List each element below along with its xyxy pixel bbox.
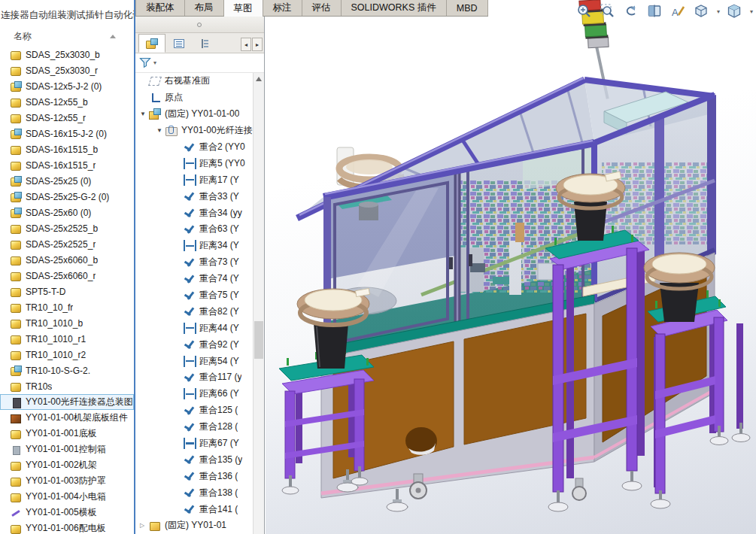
tree-item[interactable]: 重合141 (	[135, 501, 253, 517]
tree-item-icon	[184, 256, 196, 268]
tree-item[interactable]: 重合33 (Y	[135, 188, 253, 205]
file-list-item[interactable]: YY01-01-004小电箱	[0, 489, 134, 505]
file-list-item[interactable]: SPT5-T-D	[0, 284, 134, 299]
file-list-item[interactable]: YY01-01-00机架底板组件	[0, 410, 134, 426]
tree-item[interactable]: 重合82 (Y	[135, 303, 253, 320]
tree-item[interactable]: 重合136 (	[135, 468, 253, 484]
section-view-icon[interactable]	[645, 2, 663, 20]
tab-propertymanager[interactable]	[165, 34, 193, 53]
file-list-item[interactable]: SDAS-16x1515_r	[0, 157, 134, 173]
expand-arrow-icon[interactable]	[140, 111, 149, 117]
tree-item[interactable]: (固定) YY01-01	[135, 517, 253, 534]
scroll-up-icon[interactable]	[256, 77, 262, 81]
file-list-item[interactable]: SDAS_25x3030_r	[0, 62, 134, 78]
tab-configurationmanager[interactable]	[193, 34, 220, 53]
file-list-item[interactable]: TR10s	[0, 378, 134, 394]
file-list-item[interactable]: SDAS-25x2525_b	[0, 220, 134, 236]
view-orientation-caret[interactable]: ▾	[750, 8, 753, 15]
tree-item[interactable]: 重合75 (Y	[135, 287, 253, 304]
file-name: YY01-01-001控制箱	[26, 443, 106, 456]
tree-scrollbar[interactable]	[253, 73, 264, 534]
tree-item[interactable]: 重合125 (	[135, 402, 253, 419]
tree-item[interactable]: 重合34 (yy	[135, 205, 253, 221]
tree-item[interactable]: 重合73 (Y	[135, 254, 253, 271]
command-tab[interactable]: 评估	[302, 0, 342, 16]
command-tab[interactable]: 标注	[263, 0, 302, 16]
tree-item[interactable]: 重合128 (	[135, 419, 253, 435]
tree-item[interactable]: 重合74 (Y	[135, 271, 253, 287]
tree-item[interactable]: 原点	[135, 90, 253, 106]
pin-icon[interactable]	[197, 23, 202, 27]
tree-item[interactable]: 重合117 (y	[135, 369, 253, 386]
file-list-item[interactable]: SDAS-25x25-G-2 (0)	[0, 189, 134, 205]
tree-item[interactable]: 距离54 (Y	[135, 353, 253, 369]
explorer-folder-title: 连接器自动组装测试插针自动化设	[1, 9, 134, 22]
file-list-item[interactable]: SDAS-16x1515_b	[0, 141, 134, 157]
file-list-item[interactable]: SDAS-12x55_b	[0, 94, 134, 110]
panel-tab-scroll-left[interactable]: ◂	[241, 38, 251, 51]
scrollbar-thumb[interactable]	[254, 321, 263, 359]
file-list-item[interactable]: TR10_1010_r2	[0, 347, 134, 363]
tree-item[interactable]: 距离17 (Y	[135, 171, 253, 188]
view-settings-icon[interactable]	[692, 2, 710, 20]
file-list-item[interactable]: YY01-01-005横板	[0, 505, 134, 520]
tree-item[interactable]: YY01-00光纤连接	[135, 123, 253, 139]
file-list-item[interactable]: TR10-10-S-G-2.	[0, 363, 134, 378]
tab-featuremanager[interactable]	[138, 34, 165, 53]
command-tab[interactable]: 草图	[224, 0, 263, 17]
expand-arrow-icon[interactable]	[156, 127, 165, 134]
panel-tab-scroll-right[interactable]: ▸	[252, 38, 263, 51]
tree-item[interactable]: 距离34 (Y	[135, 238, 253, 254]
file-list-item[interactable]: SDAS_25x3030_b	[0, 47, 134, 62]
file-list-item[interactable]: YY01-01-001底板	[0, 426, 134, 441]
expand-arrow-icon[interactable]	[140, 522, 149, 529]
tree-item[interactable]: 距离67 (Y	[135, 435, 253, 452]
file-list-item[interactable]: SDAS-25x6060_b	[0, 252, 134, 268]
file-list-item[interactable]: SDAS-12x55_r	[0, 110, 134, 126]
zoom-area-icon[interactable]	[599, 2, 617, 20]
file-list-item[interactable]: TR10_1010_b	[0, 315, 134, 331]
command-tab[interactable]: MBD	[447, 0, 488, 16]
tree-item[interactable]: 重合135 (y	[135, 451, 253, 468]
tree-item[interactable]: 重合63 (Y	[135, 221, 253, 238]
tree-item[interactable]: 距离44 (Y	[135, 320, 253, 336]
view-orientation-icon[interactable]	[725, 2, 743, 20]
file-list-item[interactable]: YY01-01-002机架	[0, 457, 134, 473]
tree-item[interactable]: 重合2 (YY0	[135, 139, 253, 156]
command-tab[interactable]: 布局	[185, 0, 224, 16]
command-tab[interactable]: 装配体	[135, 0, 185, 16]
file-list-item[interactable]: SDAS-16x15-J-2 (0)	[0, 126, 134, 141]
tree-item[interactable]: 右视基准面	[135, 73, 253, 90]
file-list-item[interactable]: YY01-01-006配电板	[0, 520, 134, 534]
command-tab[interactable]: SOLIDWORKS 插件	[342, 0, 447, 16]
name-column-header[interactable]: 名称	[14, 30, 32, 43]
tree-item[interactable]: 距离5 (YY0	[135, 155, 253, 171]
tree-item-label: 原点	[165, 91, 183, 104]
file-list-item[interactable]: YY01-01-001控制箱	[0, 441, 134, 457]
file-list-item[interactable]: SDAS-25x2525_r	[0, 236, 134, 252]
file-list-item[interactable]: SDAS-25x6060_r	[0, 268, 134, 284]
graphics-viewport[interactable]: A ▾ ▾	[266, 0, 756, 534]
cad-model-3d-view[interactable]	[267, 0, 756, 534]
tree-item[interactable]: 重合138 (	[135, 484, 253, 501]
file-list-item[interactable]: TR10_1010_r1	[0, 331, 134, 347]
file-list-item[interactable]: SDAS-25x25 (0)	[0, 173, 134, 189]
file-list-item[interactable]: TR10_10_fr	[0, 299, 134, 315]
tree-item[interactable]: 重合92 (Y	[135, 336, 253, 353]
filter-funnel-icon[interactable]	[139, 57, 152, 68]
view-settings-caret[interactable]: ▾	[717, 8, 720, 15]
tree-item[interactable]: (固定) YY01-01-00	[135, 106, 253, 123]
hide-show-items-icon[interactable]: A	[669, 2, 687, 20]
command-tab-label: 草图	[234, 2, 253, 15]
command-manager-collapsed-strip[interactable]	[135, 17, 264, 33]
tree-item[interactable]: 距离66 (Y	[135, 386, 253, 402]
file-list-item[interactable]: SDAS-25x60 (0)	[0, 205, 134, 220]
file-list-item[interactable]: YY01-01-003防护罩	[0, 473, 134, 489]
file-list-item[interactable]: SDAS-12x5-J-2 (0)	[0, 78, 134, 94]
zoom-fit-icon[interactable]	[575, 2, 594, 20]
previous-view-icon[interactable]	[622, 2, 640, 20]
file-list-item[interactable]: YY01-00光纤连接器总装图	[0, 394, 134, 410]
tree-item-label: 重合74 (Y	[199, 272, 239, 285]
filter-caret[interactable]: ▾	[153, 59, 156, 66]
sort-ascending-icon[interactable]	[110, 35, 116, 38]
